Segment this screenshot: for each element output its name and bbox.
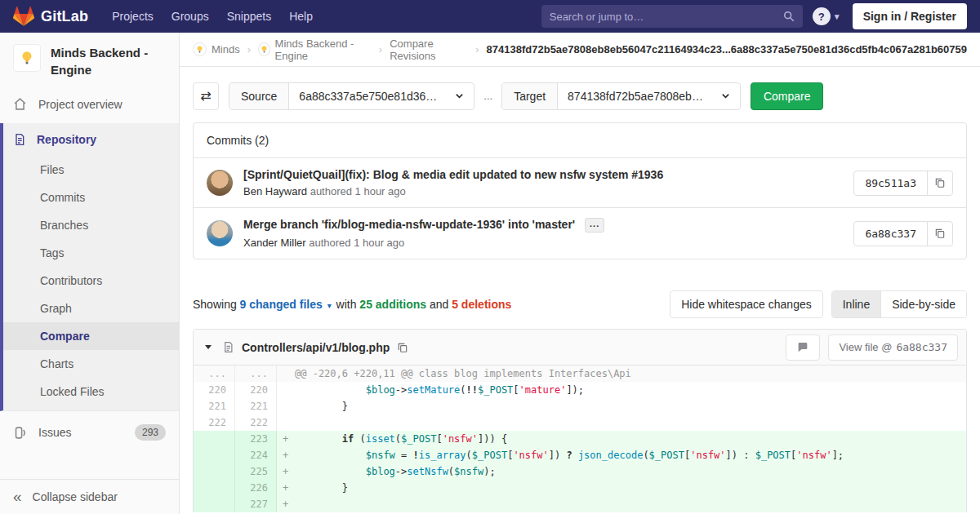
gitlab-logo[interactable]: GitLab xyxy=(13,7,88,27)
breadcrumb-label: Minds xyxy=(212,43,240,55)
target-ref-dropdown[interactable]: 874138fd72b5ae7808eb… xyxy=(558,83,740,109)
diff-line: 227+ xyxy=(194,496,966,512)
diff-line: 221221 } xyxy=(194,398,966,414)
sidebar-item-locked-files[interactable]: Locked Files xyxy=(3,378,179,405)
diff-line: ......@@ -220,6 +220,11 @@ class blog im… xyxy=(194,366,966,382)
inline-toggle[interactable]: Inline xyxy=(832,291,881,317)
deletions-count: 5 deletions xyxy=(452,298,511,311)
nav-help[interactable]: Help xyxy=(280,5,322,28)
nav-projects[interactable]: Projects xyxy=(103,5,163,28)
group-avatar xyxy=(193,42,207,56)
sidebar-item-commits[interactable]: Commits xyxy=(3,184,179,211)
global-search[interactable] xyxy=(541,5,803,28)
signin-register-button[interactable]: Sign in / Register xyxy=(853,3,967,29)
collapse-file-caret-icon[interactable] xyxy=(205,345,212,349)
project-header[interactable]: Minds Backend - Engine xyxy=(0,33,179,88)
changed-files-dropdown[interactable]: 9 changed files xyxy=(240,298,323,311)
sidebar-item-tags[interactable]: Tags xyxy=(3,239,179,267)
nav-snippets[interactable]: Snippets xyxy=(218,5,280,28)
view-file-button[interactable]: View file @ 6a88c337 xyxy=(828,335,958,361)
home-icon xyxy=(13,97,27,111)
commit-author[interactable]: Ben Hayward xyxy=(243,185,307,197)
new-line-number[interactable]: 221 xyxy=(235,398,277,414)
new-line-number[interactable]: 226 xyxy=(235,480,277,496)
hide-whitespace-button[interactable]: Hide whitespace changes xyxy=(670,290,823,318)
search-icon[interactable] xyxy=(783,11,795,22)
sidebar-item-issues[interactable]: Issues 293 xyxy=(0,415,179,450)
help-dropdown[interactable]: ? ▼ xyxy=(813,7,841,25)
sidebar-item-compare[interactable]: Compare xyxy=(3,322,179,350)
new-line-number[interactable]: 227 xyxy=(235,496,277,512)
main-menu: Projects Groups Snippets Help xyxy=(103,5,322,28)
old-line-number[interactable] xyxy=(194,431,235,447)
old-line-number[interactable]: ... xyxy=(194,366,235,382)
project-avatar xyxy=(13,44,41,72)
code-line: @@ -220,6 +220,11 @@ class blog implemen… xyxy=(277,366,966,382)
repository-subnav: Files Commits Branches Tags Contributors… xyxy=(3,156,179,410)
target-label: Target xyxy=(502,83,558,109)
toggle-comments-button[interactable] xyxy=(786,335,820,361)
breadcrumb-project[interactable]: Minds Backend - Engine xyxy=(258,38,372,62)
diff-marker: + xyxy=(283,447,288,463)
project-sidebar: Minds Backend - Engine Project overview … xyxy=(0,33,180,514)
comment-bubble-icon xyxy=(796,341,809,354)
issues-icon xyxy=(13,426,27,440)
commit-sha[interactable]: 89c511a3 xyxy=(854,171,927,195)
file-diff-panel: Controllers/api/v1/blog.php xyxy=(193,329,967,512)
commit-title[interactable]: [Sprint/QuietQuail](fix): Blog & media e… xyxy=(243,168,663,181)
file-path[interactable]: Controllers/api/v1/blog.php xyxy=(242,341,390,354)
breadcrumb-minds[interactable]: Minds xyxy=(193,42,240,56)
old-line-number[interactable]: 221 xyxy=(194,398,235,414)
old-line-number[interactable]: 222 xyxy=(194,414,235,431)
new-line-number[interactable]: ... xyxy=(235,366,277,382)
commit-sha[interactable]: 6a88c337 xyxy=(854,222,927,246)
source-ref-dropdown[interactable]: 6a88c337a5e750e81d36… xyxy=(289,83,474,109)
sidebar-item-project-overview[interactable]: Project overview xyxy=(0,88,179,120)
sidebar-item-files[interactable]: Files xyxy=(3,156,179,184)
sidebar-item-graph[interactable]: Graph xyxy=(3,295,179,322)
file-diff-header: Controllers/api/v1/blog.php xyxy=(194,330,966,366)
new-line-number[interactable]: 224 xyxy=(235,447,277,463)
commit-author[interactable]: Xander Miller xyxy=(243,237,306,249)
diff-line: 226+ } xyxy=(194,480,966,496)
new-line-number[interactable]: 223 xyxy=(235,431,277,447)
copy-sha-button[interactable] xyxy=(927,222,952,246)
old-line-number[interactable] xyxy=(194,463,235,480)
search-input[interactable] xyxy=(550,11,783,23)
commit-title[interactable]: Merge branch 'fix/blog-media-nsfw-update… xyxy=(243,218,575,231)
diff-line: 220220 $blog->setMature(!!$_POST['mature… xyxy=(194,382,966,398)
sidebar-item-repository[interactable]: Repository xyxy=(3,123,179,156)
avatar[interactable] xyxy=(207,220,233,246)
breadcrumb-compare-revisions[interactable]: Compare Revisions xyxy=(390,38,468,62)
compare-button[interactable]: Compare xyxy=(751,82,824,110)
old-line-number[interactable] xyxy=(194,480,235,496)
file-icon xyxy=(222,341,234,353)
help-icon[interactable]: ? xyxy=(813,7,831,25)
side-by-side-toggle[interactable]: Side-by-side xyxy=(881,291,966,317)
collapse-sidebar-button[interactable]: « Collapse sidebar xyxy=(0,479,179,514)
caret-down-icon[interactable]: ▾ xyxy=(327,301,332,310)
avatar[interactable] xyxy=(207,170,233,196)
swap-revisions-button[interactable]: ⇄ xyxy=(193,82,219,110)
sidebar-item-branches[interactable]: Branches xyxy=(3,211,179,239)
sidebar-item-contributors[interactable]: Contributors xyxy=(3,267,179,295)
old-line-number[interactable] xyxy=(194,447,235,463)
new-line-number[interactable]: 220 xyxy=(235,382,277,398)
new-line-number[interactable]: 222 xyxy=(235,414,277,431)
commit-sha-group: 89c511a3 xyxy=(853,171,953,196)
source-ref-value: 6a88c337a5e750e81d36… xyxy=(299,90,437,103)
additions-count: 25 additions xyxy=(359,298,426,311)
copy-file-path-button[interactable] xyxy=(397,342,408,353)
project-name: Minds Backend - Engine xyxy=(51,44,166,78)
new-line-number[interactable]: 225 xyxy=(235,463,277,480)
old-line-number[interactable]: 220 xyxy=(194,382,235,398)
copy-sha-button[interactable] xyxy=(927,171,952,195)
code-line xyxy=(277,414,966,431)
breadcrumb-label: Minds Backend - Engine xyxy=(275,38,372,62)
collapse-icon: « xyxy=(13,491,22,503)
expand-commit-message-button[interactable]: ... xyxy=(585,218,604,233)
sidebar-item-charts[interactable]: Charts xyxy=(3,350,179,378)
lightbulb-icon xyxy=(195,45,204,54)
nav-groups[interactable]: Groups xyxy=(163,5,218,28)
old-line-number[interactable] xyxy=(194,496,235,512)
